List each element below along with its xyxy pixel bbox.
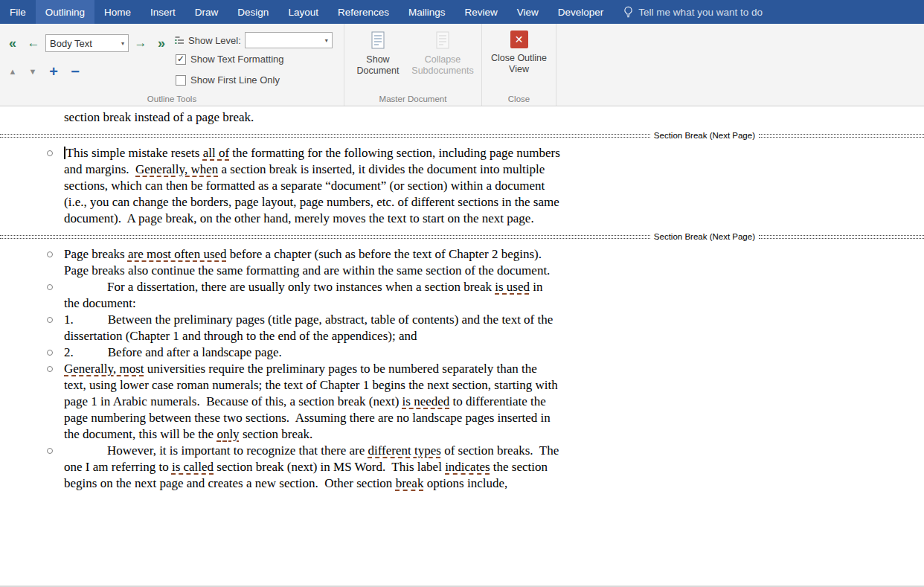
ribbon: « ← Body Text ▾ → » ▲ ▼ + −: [0, 24, 924, 106]
demote-to-body-text-button[interactable]: »: [153, 34, 170, 52]
grammar-marked-text: is needed: [402, 394, 450, 408]
tab-review[interactable]: Review: [455, 0, 507, 24]
word-window: FileOutliningHomeInsertDrawDesignLayoutR…: [0, 0, 924, 587]
tab-outlining[interactable]: Outlining: [36, 0, 94, 24]
outline-bullet-handle[interactable]: [47, 284, 53, 290]
move-down-button[interactable]: ▼: [25, 64, 40, 79]
outline-bullet-handle[interactable]: [47, 251, 53, 257]
move-up-button[interactable]: ▲: [5, 64, 20, 79]
text-run: However, it is important to recognize th…: [107, 443, 368, 458]
section-break-line: [759, 134, 924, 138]
text-run: This simple mistake resets: [66, 146, 203, 160]
show-level-icon: [174, 35, 185, 45]
ribbon-empty-area: [556, 24, 924, 106]
grammar-marked-text: indicates: [445, 460, 490, 474]
group-master-document: Show Document Collapse Subdocuments Mast…: [344, 24, 482, 106]
outline-level-value: Body Text: [50, 38, 92, 49]
grammar-marked-text: all of: [203, 146, 229, 160]
text-run: Page breaks: [64, 247, 128, 261]
show-level-row: Show Level: ▾: [174, 32, 333, 48]
ribbon-tab-bar: FileOutliningHomeInsertDrawDesignLayoutR…: [0, 0, 924, 24]
expand-button[interactable]: +: [45, 63, 62, 80]
outline-paragraph[interactable]: However, it is important to recognize th…: [64, 443, 561, 492]
demote-button[interactable]: →: [132, 34, 150, 52]
outline-bullet-handle[interactable]: [47, 448, 53, 454]
grammar-marked-text: break: [396, 476, 424, 490]
collapse-subdocuments-label: Collapse Subdocuments: [407, 54, 478, 76]
tab-references[interactable]: References: [328, 0, 399, 24]
section-break-label: Section Break (Next Page): [650, 127, 759, 144]
move-expand-row: ▲ ▼ + −: [5, 63, 83, 80]
collapse-subdocuments-button: Collapse Subdocuments: [407, 29, 478, 76]
text-run: section break.: [240, 427, 313, 441]
close-outline-view-button[interactable]: ✕ Close Outline View: [487, 29, 551, 74]
section-break-line: [759, 235, 924, 239]
tab-mailings[interactable]: Mailings: [399, 0, 455, 24]
text-line[interactable]: section break instead of a page break.: [64, 109, 561, 126]
outline-level-dropdown[interactable]: Body Text ▾: [45, 34, 129, 52]
text-run: Before and after a landscape page.: [108, 345, 282, 359]
outline-paragraph[interactable]: Generally, most universities require the…: [64, 361, 561, 443]
text-run: 2.: [64, 345, 74, 359]
tab-design[interactable]: Design: [228, 0, 278, 24]
grammar-marked-text: only: [216, 427, 239, 441]
section-break-marker: Section Break (Next Page): [0, 130, 924, 141]
outline-bullet-handle[interactable]: [47, 150, 53, 156]
show-document-button[interactable]: Show Document: [353, 29, 402, 76]
group-label-close: Close: [482, 94, 556, 103]
outline-paragraph[interactable]: Page breaks are most often used before a…: [64, 246, 561, 279]
show-text-formatting-label: Show Text Formatting: [190, 54, 283, 65]
promote-button[interactable]: ←: [25, 34, 42, 52]
outline-bullet-handle[interactable]: [47, 317, 53, 323]
group-label-outline-tools: Outline Tools: [0, 94, 344, 103]
show-first-line-only-checkbox[interactable]: Show First Line Only: [176, 74, 280, 86]
grammar-marked-text: are most often used: [128, 247, 227, 261]
grammar-marked-text: Generally, most: [64, 362, 144, 376]
tab-insert[interactable]: Insert: [141, 0, 185, 24]
chevron-down-icon: ▾: [325, 37, 328, 44]
outline-paragraph[interactable]: For a dissertation, there are usually on…: [64, 279, 561, 312]
ribbon-tab-strip: FileOutliningHomeInsertDrawDesignLayoutR…: [0, 0, 613, 24]
chevron-down-icon: ▾: [121, 40, 124, 47]
outline-paragraph[interactable]: 2.Before and after a landscape page.: [64, 344, 561, 361]
section-break-marker: Section Break (Next Page): [0, 231, 924, 242]
lightbulb-icon: [623, 6, 633, 19]
close-icon: ✕: [510, 31, 528, 48]
group-outline-tools: « ← Body Text ▾ → » ▲ ▼ + −: [0, 24, 344, 106]
outline-bullet-handle[interactable]: [47, 366, 53, 372]
grammar-marked-text: different types: [368, 443, 441, 458]
group-close: ✕ Close Outline View Close: [482, 24, 556, 106]
show-level-dropdown[interactable]: ▾: [245, 32, 333, 48]
show-document-label: Show Document: [353, 54, 402, 76]
text-run: 1.: [64, 312, 74, 327]
promote-demote-row: « ← Body Text ▾ → »: [4, 34, 170, 52]
tab-layout[interactable]: Layout: [278, 0, 328, 24]
document-icon: [368, 31, 388, 50]
tell-me-label: Tell me what you want to do: [638, 7, 763, 18]
section-break-label: Section Break (Next Page): [650, 228, 759, 245]
document-canvas[interactable]: section break instead of a page break.Se…: [0, 106, 924, 587]
show-level-label: Show Level:: [188, 35, 241, 46]
tab-file[interactable]: File: [0, 0, 36, 24]
close-outline-view-label: Close Outline View: [487, 53, 551, 74]
section-break-line: [0, 134, 650, 138]
tab-draw[interactable]: Draw: [185, 0, 228, 24]
show-first-line-only-label: Show First Line Only: [190, 74, 280, 86]
outline-paragraph[interactable]: This simple mistake resets all of the fo…: [64, 145, 561, 227]
text-run: For a dissertation, there are usually on…: [107, 280, 495, 294]
tell-me-box[interactable]: Tell me what you want to do: [623, 0, 763, 24]
collapse-button[interactable]: −: [67, 63, 83, 80]
show-text-formatting-checkbox[interactable]: Show Text Formatting: [176, 54, 283, 65]
text-run: Between the preliminary pages (title pag…: [64, 312, 556, 343]
section-break-line: [0, 235, 650, 239]
checkbox-icon: [176, 54, 186, 65]
tab-view[interactable]: View: [507, 0, 548, 24]
tab-home[interactable]: Home: [94, 0, 141, 24]
text-run: options include,: [423, 476, 507, 490]
checkbox-icon: [176, 75, 186, 86]
grammar-marked-text: is called: [172, 460, 214, 474]
outline-paragraph[interactable]: 1.Between the preliminary pages (title p…: [64, 312, 561, 344]
outline-bullet-handle[interactable]: [47, 350, 53, 356]
tab-developer[interactable]: Developer: [548, 0, 614, 24]
promote-to-heading1-button[interactable]: «: [4, 34, 22, 52]
